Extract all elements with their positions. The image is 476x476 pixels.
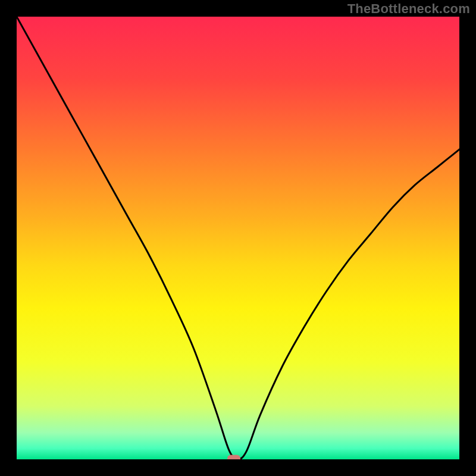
chart-frame: TheBottleneck.com <box>0 0 476 476</box>
chart-svg <box>17 17 459 459</box>
chart-background <box>17 17 459 459</box>
plot-area <box>17 17 459 459</box>
watermark-label: TheBottleneck.com <box>347 1 470 17</box>
optimal-point-marker <box>227 455 240 460</box>
